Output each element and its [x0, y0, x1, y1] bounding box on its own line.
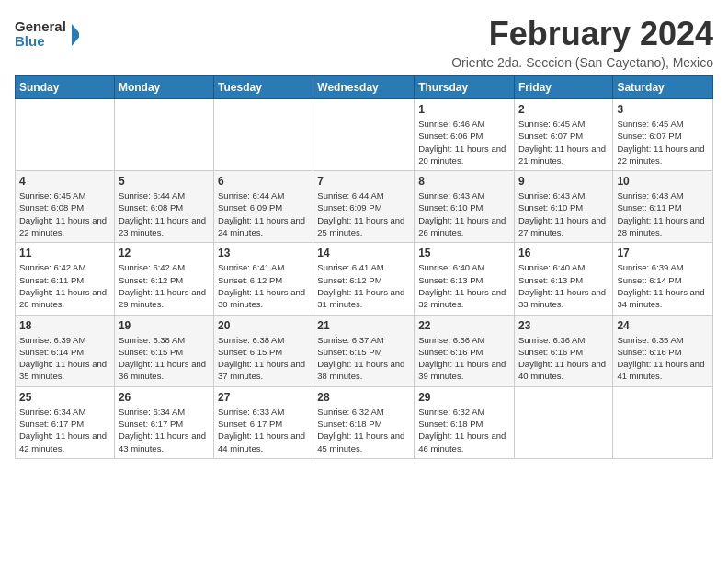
day-number: 7: [317, 175, 410, 188]
calendar-cell: 12Sunrise: 6:42 AM Sunset: 6:12 PM Dayli…: [114, 243, 213, 315]
header: General Blue February 2024 Oriente 2da. …: [15, 15, 713, 70]
day-number: 12: [119, 247, 210, 259]
header-tuesday: Tuesday: [214, 76, 313, 99]
day-info: Sunrise: 6:41 AM Sunset: 6:12 PM Dayligh…: [218, 261, 309, 310]
day-info: Sunrise: 6:33 AM Sunset: 6:17 PM Dayligh…: [218, 406, 309, 454]
day-number: 26: [119, 391, 210, 404]
page-container: General Blue February 2024 Oriente 2da. …: [15, 15, 713, 459]
calendar-table: SundayMondayTuesdayWednesdayThursdayFrid…: [15, 75, 713, 459]
day-info: Sunrise: 6:39 AM Sunset: 6:14 PM Dayligh…: [19, 334, 110, 383]
day-number: 16: [518, 247, 609, 259]
calendar-cell: 19Sunrise: 6:38 AM Sunset: 6:15 PM Dayli…: [114, 315, 213, 386]
calendar-cell: 26Sunrise: 6:34 AM Sunset: 6:17 PM Dayli…: [114, 386, 213, 458]
day-info: Sunrise: 6:42 AM Sunset: 6:12 PM Dayligh…: [119, 261, 210, 310]
logo-svg: General Blue: [15, 15, 79, 56]
calendar-cell: 16Sunrise: 6:40 AM Sunset: 6:13 PM Dayli…: [514, 243, 612, 315]
day-info: Sunrise: 6:32 AM Sunset: 6:18 PM Dayligh…: [317, 406, 410, 454]
week-row-4: 18Sunrise: 6:39 AM Sunset: 6:14 PM Dayli…: [16, 315, 713, 386]
day-number: 17: [617, 247, 709, 259]
calendar-cell: 22Sunrise: 6:36 AM Sunset: 6:16 PM Dayli…: [415, 315, 515, 386]
calendar-cell: 15Sunrise: 6:40 AM Sunset: 6:13 PM Dayli…: [415, 243, 515, 315]
day-info: Sunrise: 6:34 AM Sunset: 6:17 PM Dayligh…: [19, 406, 110, 454]
day-info: Sunrise: 6:36 AM Sunset: 6:16 PM Dayligh…: [518, 334, 609, 383]
day-number: 1: [418, 103, 510, 116]
day-info: Sunrise: 6:38 AM Sunset: 6:15 PM Dayligh…: [119, 334, 210, 383]
day-info: Sunrise: 6:35 AM Sunset: 6:16 PM Dayligh…: [617, 334, 709, 383]
svg-text:General: General: [15, 18, 66, 34]
svg-marker-2: [72, 24, 79, 46]
day-number: 10: [617, 175, 709, 188]
day-info: Sunrise: 6:39 AM Sunset: 6:14 PM Dayligh…: [617, 261, 709, 310]
day-number: 29: [418, 391, 510, 404]
day-number: 6: [218, 175, 309, 188]
header-wednesday: Wednesday: [313, 76, 415, 99]
day-info: Sunrise: 6:43 AM Sunset: 6:10 PM Dayligh…: [418, 190, 510, 238]
calendar-cell: 29Sunrise: 6:32 AM Sunset: 6:18 PM Dayli…: [415, 386, 515, 458]
logo: General Blue: [15, 15, 79, 56]
day-number: 2: [518, 103, 609, 116]
day-number: 18: [19, 319, 110, 332]
day-number: 23: [518, 319, 609, 332]
calendar-cell: 21Sunrise: 6:37 AM Sunset: 6:15 PM Dayli…: [313, 315, 415, 386]
day-info: Sunrise: 6:46 AM Sunset: 6:06 PM Dayligh…: [418, 118, 510, 167]
day-number: 11: [19, 247, 110, 259]
day-info: Sunrise: 6:45 AM Sunset: 6:07 PM Dayligh…: [617, 118, 709, 167]
day-number: 22: [418, 319, 510, 332]
day-number: 27: [218, 391, 309, 404]
day-info: Sunrise: 6:41 AM Sunset: 6:12 PM Dayligh…: [317, 261, 410, 310]
header-sunday: Sunday: [16, 76, 115, 99]
week-row-3: 11Sunrise: 6:42 AM Sunset: 6:11 PM Dayli…: [16, 243, 713, 315]
calendar-cell: [214, 99, 313, 171]
calendar-cell: 25Sunrise: 6:34 AM Sunset: 6:17 PM Dayli…: [16, 386, 115, 458]
day-number: 9: [518, 175, 609, 188]
calendar-cell: [16, 99, 115, 171]
day-info: Sunrise: 6:32 AM Sunset: 6:18 PM Dayligh…: [418, 406, 510, 454]
day-info: Sunrise: 6:40 AM Sunset: 6:13 PM Dayligh…: [518, 261, 609, 310]
day-number: 28: [317, 391, 410, 404]
day-info: Sunrise: 6:34 AM Sunset: 6:17 PM Dayligh…: [119, 406, 210, 454]
day-info: Sunrise: 6:36 AM Sunset: 6:16 PM Dayligh…: [418, 334, 510, 383]
calendar-cell: 9Sunrise: 6:43 AM Sunset: 6:10 PM Daylig…: [514, 171, 612, 243]
calendar-cell: 11Sunrise: 6:42 AM Sunset: 6:11 PM Dayli…: [16, 243, 115, 315]
calendar-cell: 13Sunrise: 6:41 AM Sunset: 6:12 PM Dayli…: [214, 243, 313, 315]
day-info: Sunrise: 6:45 AM Sunset: 6:07 PM Dayligh…: [518, 118, 609, 167]
day-number: 20: [218, 319, 309, 332]
day-info: Sunrise: 6:43 AM Sunset: 6:11 PM Dayligh…: [617, 190, 709, 238]
calendar-cell: 14Sunrise: 6:41 AM Sunset: 6:12 PM Dayli…: [313, 243, 415, 315]
header-thursday: Thursday: [415, 76, 515, 99]
day-info: Sunrise: 6:43 AM Sunset: 6:10 PM Dayligh…: [518, 190, 609, 238]
day-info: Sunrise: 6:44 AM Sunset: 6:09 PM Dayligh…: [317, 190, 410, 238]
day-info: Sunrise: 6:40 AM Sunset: 6:13 PM Dayligh…: [418, 261, 510, 310]
calendar-cell: 8Sunrise: 6:43 AM Sunset: 6:10 PM Daylig…: [415, 171, 515, 243]
calendar-cell: 7Sunrise: 6:44 AM Sunset: 6:09 PM Daylig…: [313, 171, 415, 243]
calendar-cell: 24Sunrise: 6:35 AM Sunset: 6:16 PM Dayli…: [613, 315, 713, 386]
day-number: 25: [19, 391, 110, 404]
day-info: Sunrise: 6:44 AM Sunset: 6:08 PM Dayligh…: [119, 190, 210, 238]
calendar-cell: 28Sunrise: 6:32 AM Sunset: 6:18 PM Dayli…: [313, 386, 415, 458]
day-info: Sunrise: 6:44 AM Sunset: 6:09 PM Dayligh…: [218, 190, 309, 238]
calendar-cell: 20Sunrise: 6:38 AM Sunset: 6:15 PM Dayli…: [214, 315, 313, 386]
calendar-cell: 5Sunrise: 6:44 AM Sunset: 6:08 PM Daylig…: [114, 171, 213, 243]
day-info: Sunrise: 6:38 AM Sunset: 6:15 PM Dayligh…: [218, 334, 309, 383]
header-row: SundayMondayTuesdayWednesdayThursdayFrid…: [16, 76, 713, 99]
day-number: 13: [218, 247, 309, 259]
location-title: Oriente 2da. Seccion (San Cayetano), Mex…: [451, 55, 713, 70]
calendar-cell: 2Sunrise: 6:45 AM Sunset: 6:07 PM Daylig…: [514, 99, 612, 171]
calendar-cell: 18Sunrise: 6:39 AM Sunset: 6:14 PM Dayli…: [16, 315, 115, 386]
week-row-5: 25Sunrise: 6:34 AM Sunset: 6:17 PM Dayli…: [16, 386, 713, 458]
calendar-cell: 4Sunrise: 6:45 AM Sunset: 6:08 PM Daylig…: [16, 171, 115, 243]
header-friday: Friday: [514, 76, 612, 99]
calendar-cell: 27Sunrise: 6:33 AM Sunset: 6:17 PM Dayli…: [214, 386, 313, 458]
week-row-2: 4Sunrise: 6:45 AM Sunset: 6:08 PM Daylig…: [16, 171, 713, 243]
calendar-cell: [514, 386, 612, 458]
calendar-cell: 1Sunrise: 6:46 AM Sunset: 6:06 PM Daylig…: [415, 99, 515, 171]
day-info: Sunrise: 6:37 AM Sunset: 6:15 PM Dayligh…: [317, 334, 410, 383]
day-number: 24: [617, 319, 709, 332]
day-number: 5: [119, 175, 210, 188]
calendar-cell: 3Sunrise: 6:45 AM Sunset: 6:07 PM Daylig…: [613, 99, 713, 171]
day-info: Sunrise: 6:42 AM Sunset: 6:11 PM Dayligh…: [19, 261, 110, 310]
header-saturday: Saturday: [613, 76, 713, 99]
day-number: 3: [617, 103, 709, 116]
day-number: 15: [418, 247, 510, 259]
calendar-cell: 10Sunrise: 6:43 AM Sunset: 6:11 PM Dayli…: [613, 171, 713, 243]
